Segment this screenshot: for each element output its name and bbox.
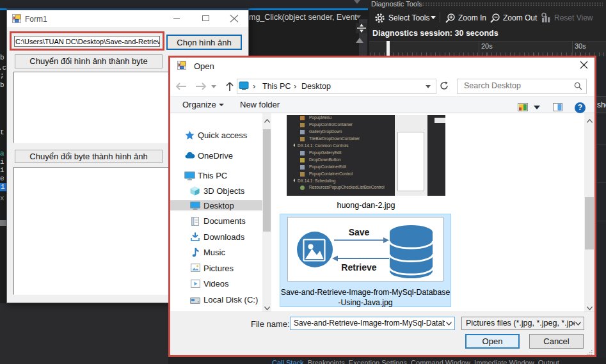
svg-text:Retrieve: Retrieve (341, 262, 376, 273)
svg-text:Save: Save (349, 227, 370, 237)
